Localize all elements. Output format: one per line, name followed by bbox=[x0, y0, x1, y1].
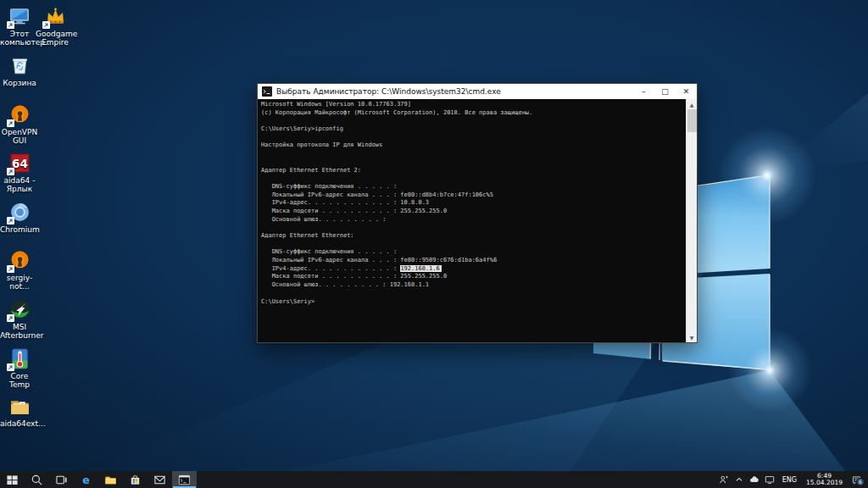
desktop-icon-label: MSI bbox=[0, 323, 39, 331]
openvpn-icon bbox=[8, 249, 31, 272]
desktop-icon-label: sergiy-not... bbox=[0, 274, 39, 291]
desktop-icon-goodgame-empire[interactable]: GoodgameEmpire bbox=[36, 5, 75, 47]
task-view-icon bbox=[55, 474, 68, 486]
console-line: DNS-суффикс подключения . . . . . : bbox=[261, 248, 685, 257]
desktop-icon-recycle-bin[interactable]: Корзина bbox=[0, 54, 39, 87]
console-line bbox=[261, 158, 685, 167]
desktop-icon-this-pc[interactable]: Этоткомпьютер.. bbox=[0, 5, 39, 47]
desktop-icon-label: Empire bbox=[36, 38, 75, 47]
console-line: IPv4-адрес. . . . . . . . . . . . : 192.… bbox=[261, 265, 685, 274]
console-line: Основной шлюз. . . . . . . . . : bbox=[261, 216, 685, 225]
cmd-window-title: Выбрать Администратор: C:\Windows\system… bbox=[276, 87, 633, 96]
explorer-icon bbox=[104, 474, 117, 486]
desktop-icon-openvpn-gui[interactable]: OpenVPNGUI bbox=[0, 103, 39, 145]
maximize-button[interactable]: □ bbox=[654, 84, 676, 99]
desktop-icon-label: Корзина bbox=[0, 79, 39, 87]
desktop-icon-label: OpenVPN bbox=[0, 128, 39, 136]
action-center-button[interactable]: 6 bbox=[847, 471, 865, 488]
network-icon[interactable] bbox=[762, 471, 777, 488]
shortcut-arrow-icon bbox=[7, 363, 14, 371]
tray-date: 15.04.2019 bbox=[806, 480, 843, 487]
search-button[interactable] bbox=[25, 471, 49, 488]
system-tray: ENG 6:49 15.04.2019 6 bbox=[716, 471, 868, 488]
desktop-icon-label: aida64ext... bbox=[0, 419, 39, 428]
desktop-icon-aida64ext[interactable]: aida64ext... bbox=[0, 395, 39, 428]
onedrive-icon[interactable] bbox=[747, 471, 762, 488]
task-view-button[interactable] bbox=[49, 471, 74, 488]
taskbar-spacer bbox=[197, 471, 716, 488]
recycle-bin-icon bbox=[8, 54, 31, 77]
shortcut-arrow-icon bbox=[7, 168, 14, 175]
scroll-down-arrow[interactable]: ▼ bbox=[687, 332, 697, 342]
msi-icon bbox=[8, 298, 31, 321]
console-line bbox=[261, 290, 685, 298]
start-button[interactable] bbox=[0, 471, 25, 488]
shortcut-arrow-icon bbox=[7, 314, 14, 322]
console-line: Маска подсети . . . . . . . . . . : 255.… bbox=[261, 273, 685, 281]
shortcut-arrow-icon bbox=[7, 21, 14, 29]
edge-button[interactable]: e bbox=[74, 471, 98, 488]
aida64-icon: 64 bbox=[8, 152, 31, 175]
computer-icon bbox=[8, 5, 31, 28]
edge-icon: e bbox=[80, 474, 92, 486]
notification-badge: 6 bbox=[856, 478, 865, 486]
people-icon[interactable] bbox=[716, 471, 732, 488]
console-line: C:\Users\Seriy> bbox=[261, 298, 685, 307]
file-explorer-button[interactable] bbox=[98, 471, 123, 488]
console-output[interactable]: Microsoft Windows [Version 10.0.17763.37… bbox=[258, 99, 697, 342]
desktop-icon-chromium[interactable]: Chromium bbox=[0, 201, 39, 234]
shortcut-arrow-icon bbox=[7, 217, 14, 225]
tray-language[interactable]: ENG bbox=[777, 476, 802, 484]
console-line: Адаптер Ethernet Ethernet 2: bbox=[261, 167, 685, 175]
desktop-icon-core-temp[interactable]: Core Temp bbox=[0, 347, 39, 389]
scrollbar-thumb[interactable] bbox=[687, 109, 697, 132]
console-text: Microsoft Windows [Version 10.0.17763.37… bbox=[261, 101, 685, 306]
svg-text:e: e bbox=[82, 474, 90, 486]
console-line: Локальный IPv6-адрес канала . . . : fe80… bbox=[261, 191, 685, 200]
scroll-up-arrow[interactable]: ▲ bbox=[687, 99, 697, 109]
openvpn-icon bbox=[8, 103, 31, 126]
console-line: Адаптер Ethernet Ethernet: bbox=[261, 232, 685, 241]
coretemp-icon bbox=[8, 347, 31, 370]
desktop-icon-aida64-shortcut[interactable]: 64aida64 -Ярлык bbox=[0, 152, 39, 193]
folder-icon bbox=[8, 395, 31, 418]
console-line: Маска подсети . . . . . . . . . . : 255.… bbox=[261, 208, 685, 216]
console-line bbox=[261, 241, 685, 249]
console-line: (c) Корпорация Майкрософт (Microsoft Cor… bbox=[261, 109, 685, 118]
chromium-icon bbox=[8, 201, 31, 224]
console-line: Основной шлюз. . . . . . . . . : 192.168… bbox=[261, 281, 685, 290]
show-hidden-icons-chevron[interactable] bbox=[732, 471, 747, 488]
desktop-icon-msi-afterburner[interactable]: MSIAfterburner bbox=[0, 298, 39, 340]
highlighted-ipv4-address: 192.168.1.6 bbox=[400, 265, 441, 272]
shortcut-arrow-icon bbox=[7, 265, 14, 273]
console-line: Локальный IPv6-адрес канала . . . : fe80… bbox=[261, 257, 685, 265]
console-line: Настройка протокола IP для Windows bbox=[261, 141, 685, 150]
console-line: C:\Users\Seriy>ipconfig bbox=[261, 125, 685, 134]
taskbar: e ENG 6:49 15.04.2019 6 bbox=[0, 471, 868, 488]
desktop-icon-label: Core Temp bbox=[0, 372, 39, 389]
minimize-button[interactable]: – bbox=[633, 84, 654, 99]
desktop-icon-label: компьютер.. bbox=[0, 38, 39, 47]
cmd-taskbar-button[interactable] bbox=[172, 471, 197, 488]
desktop-icon-label: Afterburner bbox=[0, 331, 39, 340]
console-scrollbar[interactable]: ▲ ▼ bbox=[686, 99, 697, 342]
console-line: IPv4-адрес. . . . . . . . . . . . : 10.8… bbox=[261, 199, 685, 208]
desktop-icon-label: Этот bbox=[0, 30, 39, 38]
cmd-icon bbox=[178, 474, 191, 486]
cmd-titlebar[interactable]: Выбрать Администратор: C:\Windows\system… bbox=[258, 84, 697, 99]
desktop: Этоткомпьютер..GoodgameEmpireКорзинаOpen… bbox=[0, 0, 868, 488]
crown-icon bbox=[44, 5, 67, 28]
tray-clock[interactable]: 6:49 15.04.2019 bbox=[802, 473, 847, 487]
console-line: DNS-суффикс подключения . . . . . : bbox=[261, 183, 685, 191]
shortcut-arrow-icon bbox=[7, 119, 14, 127]
desktop-icon-label: GUI bbox=[0, 136, 39, 145]
console-line: Microsoft Windows [Version 10.0.17763.37… bbox=[261, 101, 685, 109]
mail-button[interactable] bbox=[147, 471, 172, 488]
close-button[interactable]: ✕ bbox=[676, 84, 697, 99]
mail-icon bbox=[153, 474, 166, 486]
desktop-icon-sergiy-notes[interactable]: sergiy-not... bbox=[0, 249, 39, 291]
windows-logo-icon bbox=[6, 474, 19, 486]
store-button[interactable] bbox=[123, 471, 147, 488]
cmd-window[interactable]: Выбрать Администратор: C:\Windows\system… bbox=[257, 83, 698, 343]
shortcut-arrow-icon bbox=[42, 21, 50, 29]
